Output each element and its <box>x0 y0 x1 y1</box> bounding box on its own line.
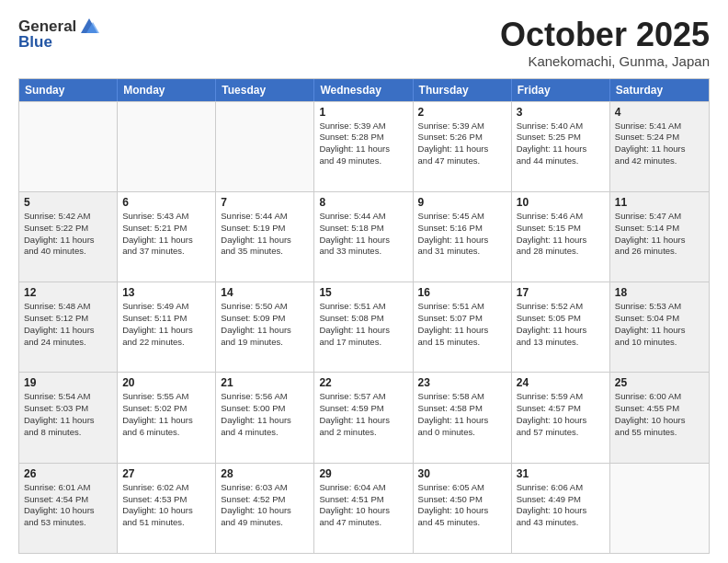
weekday-header: Monday <box>118 79 216 101</box>
calendar: SundayMondayTuesdayWednesdayThursdayFrid… <box>18 78 710 554</box>
day-number: 3 <box>517 106 605 119</box>
day-number: 25 <box>615 376 704 389</box>
day-info: Sunrise: 5:42 AM Sunset: 5:22 PM Dayligh… <box>24 211 112 258</box>
calendar-cell <box>610 464 709 553</box>
day-info: Sunrise: 5:43 AM Sunset: 5:21 PM Dayligh… <box>122 211 210 258</box>
weekday-header: Wednesday <box>314 79 413 101</box>
day-number: 24 <box>517 376 605 389</box>
calendar-cell: 19Sunrise: 5:54 AM Sunset: 5:03 PM Dayli… <box>19 373 118 462</box>
day-info: Sunrise: 5:39 AM Sunset: 5:26 PM Dayligh… <box>418 121 506 167</box>
calendar-cell: 9Sunrise: 5:45 AM Sunset: 5:16 PM Daylig… <box>414 192 512 282</box>
day-number: 2 <box>418 106 506 119</box>
title-block: October 2025 Kanekomachi, Gunma, Japan <box>500 17 710 69</box>
weekday-header: Tuesday <box>216 79 314 101</box>
day-info: Sunrise: 5:46 AM Sunset: 5:15 PM Dayligh… <box>517 211 605 258</box>
weekday-header: Thursday <box>414 79 512 101</box>
calendar-cell: 20Sunrise: 5:55 AM Sunset: 5:02 PM Dayli… <box>118 373 216 462</box>
day-number: 18 <box>615 286 704 299</box>
calendar-cell: 3Sunrise: 5:40 AM Sunset: 5:25 PM Daylig… <box>512 102 610 191</box>
calendar-cell <box>19 102 118 191</box>
calendar-cell: 4Sunrise: 5:41 AM Sunset: 5:24 PM Daylig… <box>610 102 709 191</box>
month-title: October 2025 <box>500 17 710 53</box>
calendar-cell: 24Sunrise: 5:59 AM Sunset: 4:57 PM Dayli… <box>512 373 610 462</box>
day-info: Sunrise: 5:54 AM Sunset: 5:03 PM Dayligh… <box>24 391 112 438</box>
calendar-cell: 5Sunrise: 5:42 AM Sunset: 5:22 PM Daylig… <box>19 192 118 282</box>
day-info: Sunrise: 5:51 AM Sunset: 5:08 PM Dayligh… <box>319 301 407 348</box>
calendar-cell: 16Sunrise: 5:51 AM Sunset: 5:07 PM Dayli… <box>414 282 512 372</box>
calendar-week: 5Sunrise: 5:42 AM Sunset: 5:22 PM Daylig… <box>19 191 709 282</box>
day-info: Sunrise: 5:47 AM Sunset: 5:14 PM Dayligh… <box>615 211 704 258</box>
calendar-week: 12Sunrise: 5:48 AM Sunset: 5:12 PM Dayli… <box>19 282 709 372</box>
calendar-cell: 25Sunrise: 6:00 AM Sunset: 4:55 PM Dayli… <box>610 373 709 462</box>
day-number: 13 <box>122 286 210 299</box>
calendar-cell: 31Sunrise: 6:06 AM Sunset: 4:49 PM Dayli… <box>512 464 610 553</box>
day-number: 20 <box>122 376 210 389</box>
day-number: 30 <box>418 467 506 480</box>
calendar-cell: 6Sunrise: 5:43 AM Sunset: 5:21 PM Daylig… <box>118 192 216 282</box>
calendar-cell: 27Sunrise: 6:02 AM Sunset: 4:53 PM Dayli… <box>118 464 216 553</box>
calendar-cell: 8Sunrise: 5:44 AM Sunset: 5:18 PM Daylig… <box>314 192 413 282</box>
calendar-body: 1Sunrise: 5:39 AM Sunset: 5:28 PM Daylig… <box>19 101 709 553</box>
calendar-cell <box>118 102 216 191</box>
day-number: 7 <box>221 196 309 209</box>
day-number: 10 <box>517 196 605 209</box>
day-number: 27 <box>122 467 210 480</box>
day-info: Sunrise: 5:50 AM Sunset: 5:09 PM Dayligh… <box>221 301 309 348</box>
calendar-week: 1Sunrise: 5:39 AM Sunset: 5:28 PM Daylig… <box>19 101 709 191</box>
day-info: Sunrise: 5:44 AM Sunset: 5:19 PM Dayligh… <box>221 211 309 258</box>
day-number: 22 <box>319 376 407 389</box>
day-info: Sunrise: 5:51 AM Sunset: 5:07 PM Dayligh… <box>418 301 506 348</box>
day-number: 9 <box>418 196 506 209</box>
calendar-cell: 2Sunrise: 5:39 AM Sunset: 5:26 PM Daylig… <box>414 102 512 191</box>
day-info: Sunrise: 6:04 AM Sunset: 4:51 PM Dayligh… <box>319 482 407 529</box>
day-info: Sunrise: 6:06 AM Sunset: 4:49 PM Dayligh… <box>517 482 605 529</box>
day-number: 14 <box>221 286 309 299</box>
day-number: 15 <box>319 286 407 299</box>
day-number: 26 <box>24 467 112 480</box>
day-info: Sunrise: 5:45 AM Sunset: 5:16 PM Dayligh… <box>418 211 506 258</box>
calendar-cell: 1Sunrise: 5:39 AM Sunset: 5:28 PM Daylig… <box>314 102 413 191</box>
day-number: 21 <box>221 376 309 389</box>
calendar-cell: 17Sunrise: 5:52 AM Sunset: 5:05 PM Dayli… <box>512 282 610 372</box>
weekday-header: Sunday <box>19 79 118 101</box>
day-info: Sunrise: 5:49 AM Sunset: 5:11 PM Dayligh… <box>122 301 210 348</box>
header: General Blue October 2025 Kanekomachi, G… <box>18 17 710 69</box>
weekday-header: Saturday <box>610 79 709 101</box>
day-number: 17 <box>517 286 605 299</box>
calendar-cell: 18Sunrise: 5:53 AM Sunset: 5:04 PM Dayli… <box>610 282 709 372</box>
day-info: Sunrise: 5:41 AM Sunset: 5:24 PM Dayligh… <box>615 121 704 167</box>
day-info: Sunrise: 6:01 AM Sunset: 4:54 PM Dayligh… <box>24 482 112 529</box>
day-number: 8 <box>319 196 407 209</box>
location-subtitle: Kanekomachi, Gunma, Japan <box>500 53 710 69</box>
calendar-week: 19Sunrise: 5:54 AM Sunset: 5:03 PM Dayli… <box>19 372 709 462</box>
page: General Blue October 2025 Kanekomachi, G… <box>0 0 728 563</box>
day-info: Sunrise: 5:56 AM Sunset: 5:00 PM Dayligh… <box>221 391 309 438</box>
calendar-header: SundayMondayTuesdayWednesdayThursdayFrid… <box>19 79 709 101</box>
day-info: Sunrise: 5:55 AM Sunset: 5:02 PM Dayligh… <box>122 391 210 438</box>
day-info: Sunrise: 5:44 AM Sunset: 5:18 PM Dayligh… <box>319 211 407 258</box>
day-number: 29 <box>319 467 407 480</box>
day-number: 5 <box>24 196 112 209</box>
day-number: 31 <box>517 467 605 480</box>
day-info: Sunrise: 6:05 AM Sunset: 4:50 PM Dayligh… <box>418 482 506 529</box>
day-info: Sunrise: 6:02 AM Sunset: 4:53 PM Dayligh… <box>122 482 210 529</box>
day-number: 1 <box>319 106 407 119</box>
day-info: Sunrise: 5:40 AM Sunset: 5:25 PM Dayligh… <box>517 121 605 167</box>
day-info: Sunrise: 5:57 AM Sunset: 4:59 PM Dayligh… <box>319 391 407 438</box>
day-info: Sunrise: 5:58 AM Sunset: 4:58 PM Dayligh… <box>418 391 506 438</box>
day-info: Sunrise: 6:03 AM Sunset: 4:52 PM Dayligh… <box>221 482 309 529</box>
day-number: 4 <box>615 106 704 119</box>
calendar-cell: 30Sunrise: 6:05 AM Sunset: 4:50 PM Dayli… <box>414 464 512 553</box>
day-number: 16 <box>418 286 506 299</box>
logo-blue: Blue <box>18 33 52 52</box>
calendar-cell: 13Sunrise: 5:49 AM Sunset: 5:11 PM Dayli… <box>118 282 216 372</box>
calendar-cell: 29Sunrise: 6:04 AM Sunset: 4:51 PM Dayli… <box>314 464 413 553</box>
calendar-cell: 11Sunrise: 5:47 AM Sunset: 5:14 PM Dayli… <box>610 192 709 282</box>
day-number: 11 <box>615 196 704 209</box>
day-info: Sunrise: 6:00 AM Sunset: 4:55 PM Dayligh… <box>615 391 704 438</box>
calendar-cell: 28Sunrise: 6:03 AM Sunset: 4:52 PM Dayli… <box>216 464 314 553</box>
calendar-cell: 14Sunrise: 5:50 AM Sunset: 5:09 PM Dayli… <box>216 282 314 372</box>
day-number: 23 <box>418 376 506 389</box>
calendar-week: 26Sunrise: 6:01 AM Sunset: 4:54 PM Dayli… <box>19 463 709 553</box>
calendar-cell: 26Sunrise: 6:01 AM Sunset: 4:54 PM Dayli… <box>19 464 118 553</box>
